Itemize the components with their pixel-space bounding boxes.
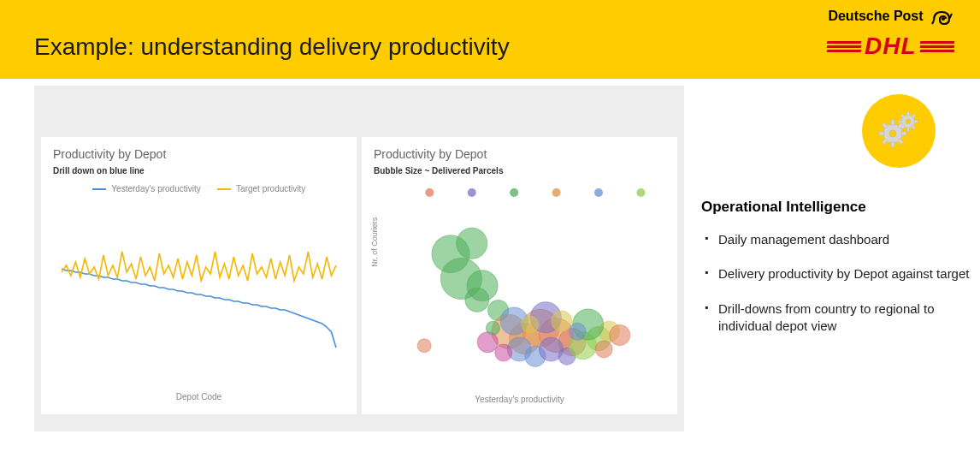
svg-point-34 <box>595 341 612 358</box>
bubble-plot[interactable]: Nr. of Couriers <box>374 184 665 390</box>
bullet-item: Delivery productivity by Depot against t… <box>701 265 970 282</box>
svg-point-38 <box>889 130 896 137</box>
svg-rect-39 <box>891 120 894 125</box>
chart-subtitle: Bubble Size ~ Delivered Parcels <box>374 166 665 175</box>
svg-point-8 <box>457 228 487 259</box>
deutsche-post-logo: Deutsche Post <box>827 5 954 27</box>
chart-subtitle: Drill down on blue line <box>53 166 345 175</box>
dhl-label: DHL <box>865 33 917 60</box>
svg-point-4 <box>552 188 561 197</box>
svg-point-32 <box>552 311 572 331</box>
chart-title: Productivity by Depot <box>374 147 665 161</box>
legend-swatch-blue <box>92 188 106 190</box>
bullet-list: Daily management dashboardDelivery produ… <box>701 231 970 335</box>
right-column: Operational Intelligence Daily managemen… <box>701 86 970 431</box>
svg-point-48 <box>906 119 911 124</box>
section-title: Operational Intelligence <box>701 199 970 216</box>
posthorn-icon <box>930 5 954 27</box>
dhl-logo: DHL <box>827 33 954 60</box>
svg-rect-40 <box>891 142 894 147</box>
svg-point-30 <box>495 344 512 361</box>
y-axis-label: Nr. of Couriers <box>370 217 379 267</box>
page-title: Example: understanding delivery producti… <box>34 33 510 61</box>
svg-point-1 <box>425 188 434 197</box>
x-axis-label: Yesterday's productivity <box>374 395 665 404</box>
svg-rect-51 <box>899 121 902 123</box>
charts-panel: Productivity by Depot Drill down on blue… <box>34 86 684 431</box>
svg-point-2 <box>468 188 476 197</box>
svg-point-5 <box>594 188 603 197</box>
legend-label: Yesterday's productivity <box>111 184 200 193</box>
gears-icon <box>876 108 922 154</box>
legend-swatch-yellow <box>217 188 231 190</box>
svg-point-13 <box>417 339 431 353</box>
svg-point-36 <box>486 321 499 335</box>
brand-block: Deutsche Post DHL <box>827 5 954 60</box>
svg-point-11 <box>465 288 489 312</box>
x-axis-label: Depot Code <box>53 392 345 401</box>
chart-productivity-bubble: Productivity by Depot Bubble Size ~ Deli… <box>362 137 677 414</box>
svg-point-33 <box>569 323 586 340</box>
svg-point-35 <box>610 324 630 345</box>
svg-point-3 <box>510 188 518 197</box>
line-plot[interactable] <box>53 199 345 387</box>
chart-title: Productivity by Depot <box>53 147 345 161</box>
chart-legend: Yesterday's productivity Target producti… <box>53 184 345 193</box>
legend-item-target: Target productivity <box>217 184 306 193</box>
dhl-lines-right-icon <box>920 39 954 54</box>
content: Productivity by Depot Drill down on blue… <box>0 79 980 442</box>
svg-rect-49 <box>907 112 910 116</box>
deutsche-post-label: Deutsche Post <box>828 9 923 24</box>
bullet-item: Daily management dashboard <box>701 231 970 248</box>
svg-rect-52 <box>914 121 918 123</box>
bullet-item: Drill-downs from country to regional to … <box>701 300 970 336</box>
legend-label: Target productivity <box>236 184 305 193</box>
svg-point-0 <box>942 17 945 21</box>
gear-badge <box>862 94 936 168</box>
chart-productivity-line: Productivity by Depot Drill down on blue… <box>41 137 357 414</box>
svg-point-6 <box>636 188 645 197</box>
svg-rect-42 <box>901 132 906 135</box>
svg-rect-41 <box>879 132 884 135</box>
svg-point-31 <box>522 316 539 333</box>
svg-rect-50 <box>907 128 910 131</box>
legend-item-yesterday: Yesterday's productivity <box>92 184 201 193</box>
header: Example: understanding delivery producti… <box>0 0 980 79</box>
dhl-lines-left-icon <box>827 39 861 54</box>
